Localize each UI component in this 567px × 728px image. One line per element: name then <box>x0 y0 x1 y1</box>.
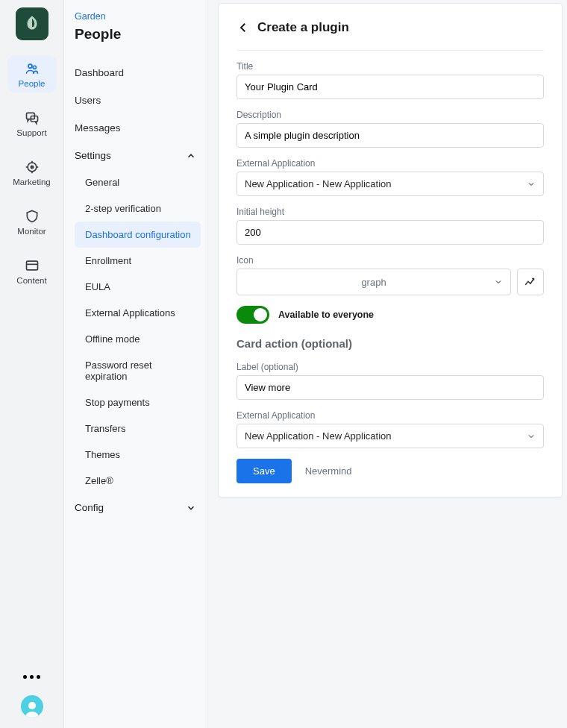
people-icon <box>25 61 40 76</box>
shield-icon <box>25 209 40 224</box>
sidebar-section-config[interactable]: Config <box>75 494 201 521</box>
sidebar-item-stop-payments[interactable]: Stop payments <box>75 389 201 415</box>
sidebar-section-label: Config <box>75 502 104 513</box>
sidebar-link-messages[interactable]: Messages <box>75 114 201 142</box>
available-toggle-label: Available to everyone <box>278 310 374 320</box>
sidebar-item-enrollment[interactable]: Enrollment <box>75 248 201 274</box>
external-app-select[interactable]: New Application - New Application <box>236 172 544 196</box>
sidebar-item-zelle[interactable]: Zelle® <box>75 468 201 494</box>
svg-point-1 <box>33 66 36 69</box>
description-label: Description <box>236 110 544 120</box>
icon-value: graph <box>361 277 386 288</box>
svg-point-7 <box>28 702 36 709</box>
back-icon[interactable] <box>236 21 250 34</box>
action-extapp-select[interactable]: New Application - New Application <box>236 424 544 448</box>
avatar[interactable] <box>21 695 43 718</box>
panel-title: Create a plugin <box>257 20 349 35</box>
sidebar-item-2step[interactable]: 2-step verification <box>75 195 201 222</box>
graph-icon <box>524 275 537 289</box>
icon-select[interactable]: graph <box>236 269 511 295</box>
chevron-down-icon <box>527 180 536 189</box>
chevron-down-icon <box>527 432 536 441</box>
icon-label: Icon <box>236 255 544 266</box>
sidebar-section-settings[interactable]: Settings <box>75 142 201 169</box>
available-toggle[interactable] <box>236 306 269 324</box>
height-label: Initial height <box>236 207 544 217</box>
layout-icon <box>25 258 40 273</box>
sidebar-link-users[interactable]: Users <box>75 87 201 114</box>
sidebar-item-external-apps[interactable]: External Applications <box>75 300 201 326</box>
rail-item-support[interactable]: Support <box>7 104 57 142</box>
save-button[interactable]: Save <box>236 459 292 483</box>
action-label-label: Label (optional) <box>236 362 544 372</box>
action-extapp-value: New Application - New Application <box>245 430 392 442</box>
target-icon <box>25 160 40 175</box>
height-input[interactable] <box>236 220 544 245</box>
rail-item-label: Monitor <box>17 227 46 236</box>
rail-item-monitor[interactable]: Monitor <box>7 203 57 240</box>
sidebar-item-password-reset[interactable]: Password reset expiration <box>75 352 201 389</box>
rail-item-label: Marketing <box>13 178 51 186</box>
title-input[interactable] <box>236 75 544 99</box>
sidebar-item-eula[interactable]: EULA <box>75 274 201 300</box>
svg-point-5 <box>31 166 33 168</box>
cancel-button[interactable]: Nevermind <box>305 465 352 477</box>
rail-item-people[interactable]: People <box>7 55 57 92</box>
card-action-header: Card action (optional) <box>236 337 544 350</box>
chevron-up-icon <box>186 151 196 161</box>
more-menu[interactable] <box>23 675 40 679</box>
sidebar-item-dashboard-config[interactable]: Dashboard configuration <box>75 222 201 248</box>
description-input[interactable] <box>236 123 544 148</box>
sidebar-item-offline[interactable]: Offline mode <box>75 326 201 352</box>
rail-item-label: People <box>19 79 46 88</box>
chevron-down-icon <box>494 277 503 286</box>
external-app-label: External Application <box>236 158 544 169</box>
sidebar-item-themes[interactable]: Themes <box>75 442 201 468</box>
svg-point-0 <box>28 64 32 68</box>
action-label-input[interactable] <box>236 375 544 400</box>
sidebar-title: People <box>75 26 201 43</box>
svg-rect-6 <box>26 261 37 270</box>
breadcrumb[interactable]: Garden <box>75 11 106 22</box>
sidebar-item-general[interactable]: General <box>75 169 201 195</box>
rail-item-label: Content <box>16 276 46 285</box>
rail-item-content[interactable]: Content <box>7 252 57 289</box>
chevron-down-icon <box>186 503 196 513</box>
chat-icon <box>25 110 40 125</box>
action-extapp-label: External Application <box>236 410 544 421</box>
sidebar-link-dashboard[interactable]: Dashboard <box>75 59 201 87</box>
sidebar-section-label: Settings <box>75 150 111 161</box>
nav-rail: People Support Marketing Monitor Content <box>0 0 64 728</box>
rail-item-label: Support <box>16 128 46 137</box>
sidebar-item-transfers[interactable]: Transfers <box>75 415 201 442</box>
sidebar: Garden People Dashboard Users Messages S… <box>64 0 207 728</box>
external-app-value: New Application - New Application <box>245 178 392 189</box>
app-logo[interactable] <box>16 7 48 40</box>
title-label: Title <box>236 61 544 72</box>
create-plugin-panel: Create a plugin Title Description Extern… <box>218 3 563 498</box>
rail-item-marketing[interactable]: Marketing <box>7 154 57 191</box>
main: Create a plugin Title Description Extern… <box>207 0 567 728</box>
icon-preview <box>517 269 544 295</box>
